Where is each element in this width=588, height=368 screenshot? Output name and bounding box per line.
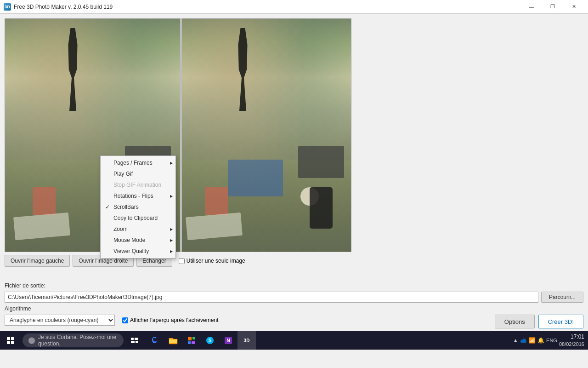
keyboard-tray-icon[interactable]: ENG xyxy=(546,338,557,343)
single-image-label: Utiliser une seule image xyxy=(187,258,245,264)
single-image-checkbox[interactable] xyxy=(179,258,185,264)
laptop-right xyxy=(298,146,344,178)
algorithm-select[interactable]: Anaglyphe en couleurs (rouge-cyan) xyxy=(5,315,115,326)
system-tray: ▲ 📶 🔔 ENG 17:01 08/02/2016 xyxy=(513,334,588,347)
task-view-button[interactable] xyxy=(125,331,144,350)
context-menu-item-stop-gif-animation: Stop GIF Animation xyxy=(101,179,175,190)
right-photo xyxy=(182,19,351,252)
cortana-search[interactable]: ⚪ Je suis Cortana. Posez-moi une questio… xyxy=(23,334,124,347)
context-menu-item-pages--frames[interactable]: Pages / Frames xyxy=(101,157,175,168)
context-menu-item-play-gif[interactable]: Play Gif xyxy=(101,168,175,179)
preview-label: Afficher l'aperçu après l'achèvement xyxy=(130,317,218,323)
start-button[interactable] xyxy=(0,331,21,350)
system-clock[interactable]: 17:01 08/02/2016 xyxy=(559,334,584,347)
svg-text:S: S xyxy=(209,338,212,343)
svg-rect-1 xyxy=(11,337,14,340)
preview-checkbox-area: Afficher l'aperçu après l'achèvement xyxy=(122,317,218,323)
context-menu: Pages / FramesPlay GifStop GIF Animation… xyxy=(100,155,176,259)
paper-left xyxy=(13,213,70,240)
single-image-checkbox-area: Utiliser une seule image xyxy=(179,258,245,264)
svg-rect-7 xyxy=(136,341,138,343)
paper-right xyxy=(186,213,243,240)
taskbar: ⚪ Je suis Cortana. Posez-moi une questio… xyxy=(0,331,588,350)
context-menu-item-mouse-mode[interactable]: Mouse Mode xyxy=(101,235,175,246)
context-menu-item-copy-to-clipboard[interactable]: Copy to Clipboard xyxy=(101,213,175,224)
svg-text:N: N xyxy=(226,338,230,343)
output-file-label: Fichier de sortie: xyxy=(5,282,45,289)
context-menu-item-rotations---flips[interactable]: Rotations - Flips xyxy=(101,190,175,201)
svg-rect-2 xyxy=(7,341,10,344)
svg-rect-10 xyxy=(188,341,191,344)
sound-tray-icon[interactable]: 🔔 xyxy=(537,337,544,344)
minimize-button[interactable]: — xyxy=(521,0,542,14)
output-file-row: Fichier de sortie: xyxy=(5,282,583,289)
options-button[interactable]: Options xyxy=(495,315,535,328)
table-item-right-1 xyxy=(205,187,228,215)
output-file-input[interactable] xyxy=(5,292,538,303)
onenote-taskbar-icon[interactable]: N xyxy=(219,331,237,350)
close-button[interactable]: ✕ xyxy=(563,0,584,14)
clock-date: 08/02/2016 xyxy=(559,341,584,347)
store-taskbar-icon[interactable] xyxy=(182,331,201,350)
window-controls: — ❐ ✕ xyxy=(521,0,584,14)
onedrive-tray-icon xyxy=(520,337,527,344)
tray-arrow[interactable]: ▲ xyxy=(513,338,518,343)
svg-rect-6 xyxy=(131,341,135,343)
svg-rect-0 xyxy=(7,337,10,340)
sculpture-right xyxy=(237,28,249,111)
explorer-taskbar-icon[interactable] xyxy=(164,331,182,350)
main-action-buttons: Options Créer 3D! xyxy=(495,315,583,328)
app-icon: 3D xyxy=(4,3,11,11)
app3d-taskbar-icon[interactable]: 3D xyxy=(237,331,256,350)
sculpture-left xyxy=(67,28,79,111)
browse-button[interactable]: Parcourir... xyxy=(541,292,583,303)
title-bar: 3D Free 3D Photo Maker v. 2.0.45 build 1… xyxy=(0,0,588,14)
algorithm-label: Algorithme xyxy=(5,305,31,312)
clock-time: 17:01 xyxy=(559,334,584,341)
create-3d-button[interactable]: Créer 3D! xyxy=(538,315,583,328)
window-title: Free 3D Photo Maker v. 2.0.45 build 119 xyxy=(14,4,521,10)
skype-taskbar-icon[interactable]: S xyxy=(201,331,219,350)
svg-rect-11 xyxy=(192,341,195,344)
preview-checkbox[interactable] xyxy=(122,317,128,323)
svg-rect-8 xyxy=(188,337,192,340)
svg-rect-4 xyxy=(131,338,134,340)
open-left-button[interactable]: Ouvrir l'image gauche xyxy=(5,255,70,267)
svg-rect-5 xyxy=(135,338,138,340)
blue-item-right xyxy=(228,160,283,196)
context-menu-item-zoom[interactable]: Zoom xyxy=(101,224,175,235)
table-item-left-1 xyxy=(33,187,56,215)
search-placeholder: Je suis Cortana. Posez-moi une question. xyxy=(38,334,118,347)
svg-rect-9 xyxy=(192,337,195,339)
right-image-panel[interactable] xyxy=(181,18,351,252)
edge-taskbar-icon[interactable] xyxy=(146,331,164,350)
context-menu-item-viewer-quality[interactable]: Viewer Quality xyxy=(101,246,175,257)
algorithm-row: Algorithme xyxy=(5,305,583,312)
output-file-input-row: Parcourir... xyxy=(5,292,583,303)
right-gray-area xyxy=(351,18,583,252)
wifi-tray-icon[interactable]: 📶 xyxy=(529,337,536,344)
phone-right xyxy=(310,187,333,229)
svg-rect-3 xyxy=(11,341,14,344)
context-menu-item-scrollbars[interactable]: ScrollBars xyxy=(101,201,175,213)
image-controls-bar: Ouvrir l'image gauche Ouvrir l'image dro… xyxy=(0,252,588,270)
maximize-button[interactable]: ❐ xyxy=(542,0,563,14)
